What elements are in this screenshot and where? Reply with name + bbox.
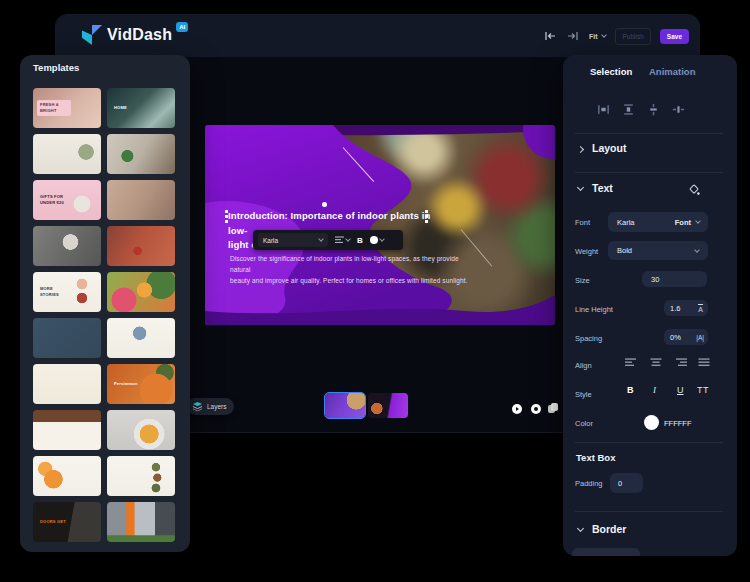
topbar-controls: Fit Publish Save xyxy=(543,15,689,57)
zoom-fit-control[interactable]: Fit xyxy=(589,33,607,40)
align-dropdown[interactable] xyxy=(335,236,350,244)
section-text[interactable]: Text xyxy=(592,182,613,194)
redo-to-end-icon[interactable] xyxy=(566,30,580,42)
play-icon xyxy=(516,407,519,411)
template-thumb-real-estate[interactable] xyxy=(107,502,175,542)
floating-text-toolbar: Karla B xyxy=(253,230,403,250)
size-value: 30 xyxy=(642,275,659,284)
text-fill-icon[interactable] xyxy=(688,184,701,196)
tab-animation[interactable]: Animation xyxy=(649,66,695,77)
template-thumb-layout-list[interactable] xyxy=(107,456,175,496)
color-swatch[interactable] xyxy=(644,415,659,430)
align-vertical-center-icon[interactable] xyxy=(622,103,635,116)
template-thumb-product-promo[interactable] xyxy=(33,134,101,174)
timeline-thumb-scene-2[interactable] xyxy=(368,393,408,418)
selection-handle-dot[interactable] xyxy=(322,202,327,207)
border-field-partial[interactable] xyxy=(572,548,640,556)
text-color-dropdown[interactable] xyxy=(370,236,384,244)
paragraph-line-1: Discover the significance of indoor plan… xyxy=(230,255,459,273)
templates-grid: FRESH & BRIGHTHOMEGIFTS FOR UNDER $20MOR… xyxy=(33,88,177,542)
style-uppercase-toggle[interactable]: TT xyxy=(697,385,709,395)
size-input[interactable]: 30 xyxy=(642,271,707,287)
section-border[interactable]: Border xyxy=(592,523,626,535)
template-thumb-home-tips[interactable]: HOME xyxy=(107,88,175,128)
duplicate-scene-button[interactable] xyxy=(548,403,558,414)
template-thumb-hand-soap[interactable] xyxy=(107,134,175,174)
publish-button[interactable]: Publish xyxy=(615,28,650,45)
align-horizontal-center-icon[interactable] xyxy=(597,103,610,116)
template-thumb-gifts-under-20[interactable]: GIFTS FOR UNDER $20 xyxy=(33,180,101,220)
font-row-label: Font xyxy=(575,218,590,227)
chevron-down-icon xyxy=(695,218,701,224)
timeline-thumb-scene-1[interactable] xyxy=(325,393,365,418)
line-height-input[interactable]: 1.6 A xyxy=(664,300,708,316)
template-thumb-soup-recipe[interactable] xyxy=(107,410,175,450)
play-button[interactable] xyxy=(512,404,522,414)
font-field[interactable]: Karla Font xyxy=(608,212,708,232)
spacing-input[interactable]: 0% |A| xyxy=(664,329,708,345)
align-justify-icon[interactable] xyxy=(698,358,710,367)
color-row-label: Color xyxy=(575,419,593,428)
chevron-down-icon xyxy=(694,247,700,253)
topbar: VidDash AI Fit Publish Save xyxy=(56,15,699,57)
template-thumb-label: DOORS GET xyxy=(37,517,69,527)
padding-value: 0 xyxy=(610,479,622,488)
record-button[interactable] xyxy=(531,404,541,414)
text-selection-handle-right[interactable] xyxy=(425,210,428,223)
distribute-vertical-icon[interactable] xyxy=(647,103,660,116)
template-thumb-brand-signatures[interactable] xyxy=(33,364,101,404)
template-thumb-chef-story[interactable] xyxy=(107,318,175,358)
text-selection-handle-left[interactable] xyxy=(225,210,228,223)
fit-label: Fit xyxy=(589,33,598,40)
record-icon xyxy=(534,407,538,411)
divider xyxy=(575,172,723,173)
align-right-icon[interactable] xyxy=(675,358,687,367)
font-select-value: Karla xyxy=(263,237,278,244)
section-layout[interactable]: Layout xyxy=(592,142,626,154)
template-thumb-recipe-card[interactable] xyxy=(33,410,101,450)
template-thumb-photo-collage[interactable] xyxy=(33,226,101,266)
tab-selection[interactable]: Selection xyxy=(590,66,632,77)
style-italic-toggle[interactable]: I xyxy=(653,385,656,395)
padding-input[interactable]: 0 xyxy=(610,473,643,493)
template-thumb-orange-count[interactable] xyxy=(33,456,101,496)
properties-panel: Selection Animation Layout Text Font Kar… xyxy=(563,55,737,556)
canvas-paragraph-text[interactable]: Discover the significance of indoor plan… xyxy=(230,253,470,286)
chevron-down-icon xyxy=(318,236,324,242)
layers-button[interactable]: Layers xyxy=(187,398,234,415)
template-thumb-fresh-citrus[interactable] xyxy=(107,272,175,312)
chevron-down-icon[interactable] xyxy=(577,184,584,191)
templates-panel: Templates FRESH & BRIGHTHOMEGIFTS FOR UN… xyxy=(20,55,190,552)
template-thumb-doors-promo[interactable]: DOORS GET xyxy=(33,502,101,542)
align-row-label: Align xyxy=(575,361,592,370)
style-bold-toggle[interactable]: B xyxy=(627,385,634,395)
weight-select[interactable]: Bold xyxy=(608,241,708,260)
template-thumb-beauty-model[interactable] xyxy=(107,226,175,266)
undo-to-start-icon[interactable] xyxy=(543,30,557,42)
chevron-down-icon xyxy=(345,236,351,242)
layers-icon xyxy=(192,401,203,412)
template-thumb-lips-fresh-bright[interactable]: FRESH & BRIGHT xyxy=(33,88,101,128)
template-thumb-persimmon[interactable]: Persimmon xyxy=(107,364,175,404)
chevron-down-icon[interactable] xyxy=(577,525,584,532)
divider xyxy=(575,133,723,134)
weight-row-label: Weight xyxy=(575,247,598,256)
bold-toggle[interactable]: B xyxy=(357,236,363,245)
chevron-right-icon[interactable] xyxy=(577,146,584,153)
line-height-icon: A xyxy=(698,304,703,313)
font-select[interactable]: Karla xyxy=(258,233,328,247)
distribute-horizontal-icon[interactable] xyxy=(672,103,685,116)
font-picker-button[interactable]: Font xyxy=(675,218,708,227)
video-canvas[interactable]: Introduction: Importance of indoor plant… xyxy=(205,125,555,325)
template-thumb-natural-beauty[interactable] xyxy=(107,180,175,220)
template-thumb-quote-card[interactable] xyxy=(33,318,101,358)
align-left-icon[interactable] xyxy=(625,358,637,367)
size-row-label: Size xyxy=(575,276,590,285)
divider xyxy=(575,442,723,443)
style-underline-toggle[interactable]: U xyxy=(677,385,684,395)
align-center-icon[interactable] xyxy=(650,358,662,367)
save-button[interactable]: Save xyxy=(660,29,689,44)
template-thumb-more-stories[interactable]: MORE STORIES xyxy=(33,272,101,312)
template-thumb-label: HOME xyxy=(111,103,130,113)
section-text-box: Text Box xyxy=(576,452,615,463)
